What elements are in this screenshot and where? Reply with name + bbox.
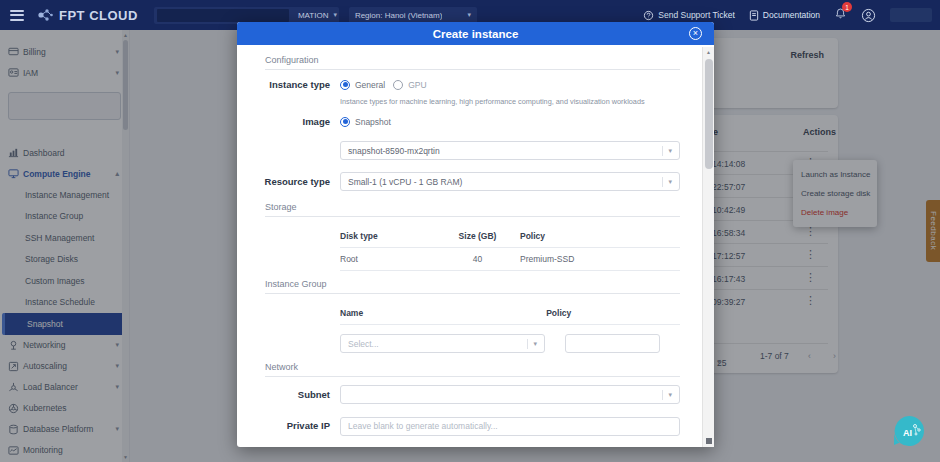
brand-logo[interactable]: FPT CLOUD [36, 7, 138, 23]
subnet-label: Subnet [237, 389, 330, 400]
radio-selected-icon[interactable] [340, 117, 350, 127]
radio-general[interactable]: General [340, 80, 385, 90]
private-ip-label: Private IP [237, 420, 330, 431]
menu-icon[interactable] [10, 7, 24, 23]
ig-header-policy: Policy [546, 308, 571, 318]
section-storage: Storage [265, 202, 680, 217]
storage-header-policy: Policy [520, 231, 680, 241]
redacted-username [890, 8, 932, 22]
create-instance-modal: Create instance × Configuration Instance… [237, 22, 714, 447]
close-icon[interactable]: × [689, 27, 702, 40]
storage-table: Disk type Size (GB) Policy Root 40 Premi… [340, 225, 680, 271]
chevron-down-icon: ▾ [533, 340, 537, 348]
storage-row: Root 40 Premium-SSD [340, 248, 680, 271]
chevron-down-icon: ▾ [668, 178, 672, 186]
svg-text:AI: AI [903, 428, 912, 438]
storage-header-size: Size (GB) [435, 231, 520, 241]
brand-name: FPT CLOUD [59, 8, 138, 23]
instance-type-help: Instance types for machine learning, hig… [340, 97, 680, 106]
documentation-icon [749, 10, 759, 21]
radio-unselected-icon[interactable] [393, 80, 403, 90]
private-ip-input[interactable] [340, 417, 680, 436]
ai-assistant-button[interactable]: AI [892, 414, 926, 448]
fpt-molecule-icon [36, 7, 54, 23]
documentation-link[interactable]: Documentation [749, 10, 820, 21]
chevron-down-icon: ▾ [668, 391, 672, 399]
chevron-down-icon: ▾ [462, 11, 471, 19]
scroll-up-icon[interactable]: ▲ [706, 49, 711, 55]
storage-header-disk-type: Disk type [340, 231, 435, 241]
snapshot-select[interactable]: snapshot-8590-mx2qrtin ▾ [340, 141, 680, 160]
modal-body: Configuration Instance type General GPU … [237, 45, 702, 447]
chevron-down-icon: ▾ [328, 11, 337, 19]
radio-gpu[interactable]: GPU [393, 80, 426, 90]
instance-group-name-select[interactable]: Select... ▾ [340, 334, 545, 353]
ig-header-name: Name [340, 308, 363, 318]
modal-title: Create instance [433, 28, 519, 40]
modal-scrollbar[interactable]: ▲ [702, 47, 714, 447]
project-selector[interactable]: MATION ▾ [154, 7, 339, 24]
send-support-ticket-link[interactable]: Send Support Ticket [643, 10, 735, 21]
instance-group-policy-input[interactable] [565, 334, 660, 353]
region-selector[interactable]: Region: Hanoi (Vietnam) ▾ [349, 7, 477, 24]
image-label: Image [237, 116, 330, 127]
support-icon [643, 10, 654, 21]
notifications-button[interactable]: 1 [834, 6, 847, 24]
section-instance-group: Instance Group [265, 279, 680, 294]
chevron-down-icon: ▾ [668, 147, 672, 155]
resource-type-label: Resource type [237, 176, 330, 187]
radio-selected-icon[interactable] [340, 80, 350, 90]
modal-header: Create instance × [237, 22, 714, 45]
profile-icon[interactable] [861, 8, 876, 23]
redacted-project-name [157, 9, 289, 22]
instance-group-table: Name Policy Select... ▾ [340, 302, 680, 353]
floating-ip-select[interactable]: Select an IP to allocate now. Leave blan… [340, 447, 680, 448]
notification-badge: 1 [842, 2, 852, 12]
scroll-down-icon[interactable] [706, 438, 712, 444]
instance-type-label: Instance type [237, 79, 330, 90]
radio-snapshot[interactable]: Snapshot [340, 117, 391, 127]
resource-type-select[interactable]: Small-1 (1 vCPU - 1 GB RAM) ▾ [340, 172, 680, 191]
subnet-select[interactable]: ▾ [340, 385, 680, 404]
section-configuration: Configuration [265, 55, 680, 70]
section-network: Network [265, 362, 680, 377]
